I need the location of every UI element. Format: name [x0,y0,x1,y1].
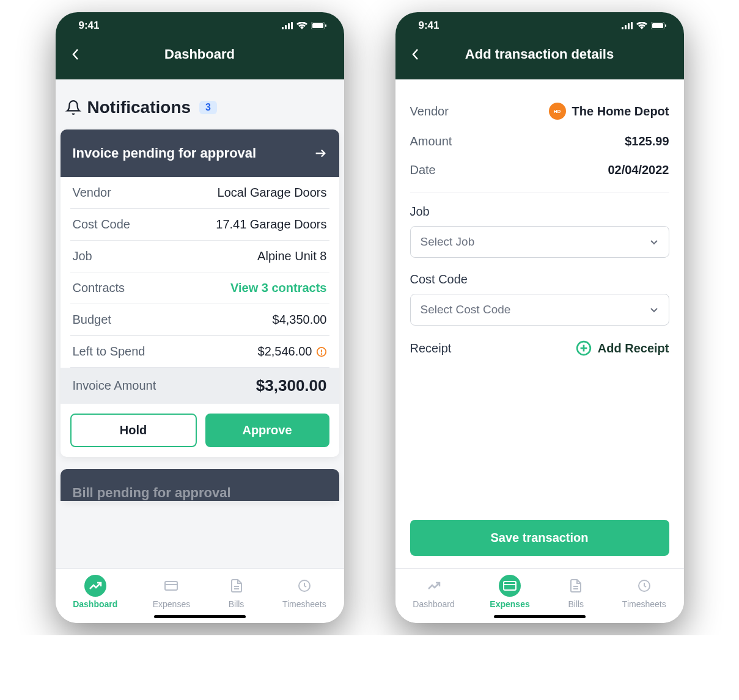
home-indicator [494,615,586,618]
svg-rect-25 [504,582,516,590]
content-area: Vendor HD The Home Depot Amount $125.99 … [395,79,684,568]
svg-rect-16 [625,25,627,29]
phone-add-transaction: 9:41 Add transaction details Vendor HD T… [395,12,684,623]
notifications-count-badge: 3 [199,101,217,114]
header: Add transaction details [395,39,684,79]
cost-code-row: Cost Code17.41 Garage Doors [70,209,329,241]
svg-rect-0 [282,27,284,29]
card-icon [502,578,517,593]
battery-icon [311,22,327,29]
bell-icon [65,100,81,115]
page-title: Add transaction details [465,46,614,62]
svg-rect-6 [325,24,326,27]
svg-rect-3 [291,22,293,29]
budget-row: Budget$4,350.00 [70,304,329,336]
job-row: JobAlpine Unit 8 [70,241,329,272]
svg-rect-5 [312,23,323,28]
phone-dashboard: 9:41 Dashboard Notifications 3 Invoice p… [56,12,344,623]
svg-rect-17 [628,23,630,29]
receipt-row: Receipt Add Receipt [410,340,669,356]
svg-point-9 [321,354,322,354]
vendor-detail: Vendor HD The Home Depot [410,95,669,127]
approve-button[interactable]: Approve [205,414,329,447]
card-title: Invoice pending for approval [73,145,257,161]
status-bar: 9:41 [395,12,684,39]
cost-code-select[interactable]: Select Cost Code [410,294,669,326]
chart-line-icon [88,578,103,593]
clock-icon [637,578,652,593]
svg-rect-15 [622,27,623,29]
invoice-card-header[interactable]: Invoice pending for approval [61,129,339,177]
vendor-logo-icon: HD [549,103,566,120]
signal-icon [622,22,633,29]
notifications-header: Notifications 3 [61,95,339,129]
job-label: Job [410,205,669,219]
signal-icon [282,22,293,29]
arrow-right-icon [314,147,327,160]
view-contracts-link[interactable]: View 3 contracts [230,281,326,295]
status-time: 9:41 [419,20,439,32]
date-detail: Date 02/04/2022 [410,156,669,184]
alert-icon [316,346,327,357]
chevron-down-icon [649,305,659,315]
chart-line-icon [427,578,441,593]
status-icons [622,22,667,29]
bill-card[interactable]: Bill pending for approval [61,469,339,501]
tab-timesheets[interactable]: Timesheets [282,575,326,623]
header: Dashboard [56,39,344,79]
content-area: Notifications 3 Invoice pending for appr… [56,79,344,568]
card-actions: Hold Approve [61,404,339,457]
back-button[interactable] [408,47,422,62]
chevron-down-icon [649,237,659,247]
battery-icon [651,22,667,29]
home-indicator [154,615,246,618]
add-receipt-button[interactable]: Add Receipt [576,340,669,356]
card-icon [164,578,178,593]
wifi-icon [296,22,307,29]
tab-dashboard[interactable]: Dashboard [73,575,117,623]
wifi-icon [636,22,647,29]
tab-timesheets[interactable]: Timesheets [622,575,666,623]
svg-rect-2 [288,23,290,29]
back-button[interactable] [68,47,83,62]
status-icons [282,22,327,29]
file-icon [229,578,244,593]
svg-rect-1 [285,25,287,29]
chevron-left-icon [411,48,419,60]
status-time: 9:41 [79,20,100,32]
file-icon [568,578,583,593]
job-select[interactable]: Select Job [410,226,669,258]
plus-circle-icon [576,340,592,356]
save-transaction-button[interactable]: Save transaction [410,520,669,556]
divider [410,192,669,192]
clock-icon [297,578,312,593]
page-title: Dashboard [164,46,235,62]
left-to-spend-row: Left to Spend $2,546.00 [70,336,329,368]
svg-rect-10 [165,582,177,590]
notifications-title: Notifications [87,98,191,117]
svg-rect-18 [631,22,633,29]
svg-rect-21 [665,24,666,27]
tab-dashboard[interactable]: Dashboard [413,575,455,623]
status-bar: 9:41 [56,12,344,39]
cost-code-label: Cost Code [410,272,669,286]
card-body: VendorLocal Garage Doors Cost Code17.41 … [61,177,339,404]
contracts-row[interactable]: ContractsView 3 contracts [70,272,329,304]
chevron-left-icon [72,48,79,60]
invoice-amount-row: Invoice Amount$3,300.00 [61,368,339,404]
hold-button[interactable]: Hold [70,414,197,447]
vendor-row: VendorLocal Garage Doors [70,177,329,209]
invoice-card: Invoice pending for approval VendorLocal… [61,129,339,457]
svg-rect-20 [652,23,663,28]
bill-card-header: Bill pending for approval [61,469,339,501]
amount-detail: Amount $125.99 [410,127,669,156]
